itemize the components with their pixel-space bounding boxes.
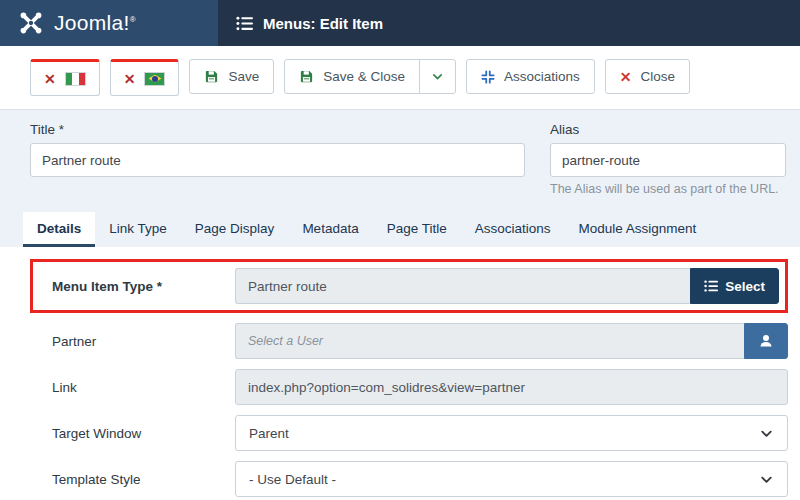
close-button[interactable]: ✕ Close bbox=[605, 59, 690, 94]
title-label: Title * bbox=[30, 122, 525, 137]
page-title: Menus: Edit Item bbox=[263, 15, 383, 32]
joomla-brand[interactable]: Joomla!® bbox=[0, 0, 218, 46]
target-window-value: Parent bbox=[249, 426, 289, 441]
template-style-value: - Use Default - bbox=[249, 472, 336, 487]
target-window-row: Target Window Parent bbox=[30, 415, 788, 451]
list-icon bbox=[236, 15, 253, 32]
association-brazilian-button[interactable]: ✕ bbox=[110, 59, 180, 96]
save-close-label: Save & Close bbox=[323, 69, 405, 84]
toolbar: ✕ ✕ Save Save & C bbox=[0, 46, 800, 110]
partner-row: Partner Select a User bbox=[30, 323, 788, 359]
target-window-label: Target Window bbox=[30, 426, 235, 441]
close-label: Close bbox=[641, 69, 676, 84]
link-row: Link index.php?option=com_solidres&view=… bbox=[30, 369, 788, 405]
select-button-label: Select bbox=[725, 279, 765, 294]
target-window-select[interactable]: Parent bbox=[235, 415, 788, 451]
save-close-button[interactable]: Save & Close bbox=[284, 59, 420, 94]
partner-label: Partner bbox=[30, 334, 235, 349]
save-icon bbox=[204, 69, 219, 84]
template-style-label: Template Style bbox=[30, 472, 235, 487]
link-value-field: index.php?option=com_solidres&view=partn… bbox=[235, 369, 788, 405]
details-panel: Menu Item Type * Partner route Select Pa… bbox=[0, 247, 800, 500]
save-label: Save bbox=[228, 69, 259, 84]
select-user-button[interactable] bbox=[744, 323, 788, 359]
save-icon bbox=[299, 69, 314, 84]
user-icon bbox=[757, 332, 775, 350]
tab-details[interactable]: Details bbox=[23, 212, 95, 247]
joomla-logo-icon bbox=[18, 10, 44, 36]
association-italian-button[interactable]: ✕ bbox=[30, 59, 100, 96]
tab-page-title[interactable]: Page Title bbox=[373, 212, 461, 247]
alias-label: Alias bbox=[550, 122, 786, 137]
title-alias-section: Title * Alias The Alias will be used as … bbox=[0, 110, 800, 196]
save-button[interactable]: Save bbox=[189, 59, 274, 94]
tab-link-type[interactable]: Link Type bbox=[95, 212, 181, 247]
tab-associations[interactable]: Associations bbox=[461, 212, 565, 247]
template-style-select[interactable]: - Use Default - bbox=[235, 461, 788, 497]
template-style-row: Template Style - Use Default - bbox=[30, 461, 788, 497]
tab-metadata[interactable]: Metadata bbox=[288, 212, 372, 247]
top-bar: Joomla!® Menus: Edit Item bbox=[0, 0, 800, 46]
tab-module-assignment[interactable]: Module Assignment bbox=[565, 212, 711, 247]
title-input[interactable] bbox=[30, 143, 525, 177]
tab-page-display[interactable]: Page Display bbox=[181, 212, 289, 247]
brazil-flag-icon bbox=[144, 72, 165, 86]
alias-input[interactable] bbox=[550, 143, 786, 177]
close-icon: ✕ bbox=[620, 70, 632, 84]
save-close-group: Save & Close bbox=[284, 59, 456, 94]
menu-item-type-label: Menu Item Type * bbox=[33, 279, 235, 294]
chevron-down-icon bbox=[431, 70, 444, 83]
partner-placeholder: Select a User bbox=[248, 334, 323, 348]
italy-flag-icon bbox=[65, 72, 86, 86]
remove-icon: ✕ bbox=[44, 72, 56, 86]
menu-item-type-value: Partner route bbox=[235, 268, 690, 304]
menu-item-type-select-button[interactable]: Select bbox=[690, 268, 779, 304]
associations-button[interactable]: Associations bbox=[466, 59, 595, 94]
associations-label: Associations bbox=[504, 69, 580, 84]
chevron-down-icon bbox=[759, 426, 774, 441]
menu-item-type-highlight-box: Menu Item Type * Partner route Select bbox=[30, 259, 788, 313]
chevron-down-icon bbox=[759, 472, 774, 487]
save-options-caret-button[interactable] bbox=[419, 59, 456, 94]
brand-text: Joomla!® bbox=[54, 11, 136, 35]
list-icon bbox=[704, 279, 718, 293]
page-heading: Menus: Edit Item bbox=[218, 0, 383, 46]
associations-compress-icon bbox=[481, 70, 495, 84]
partner-value-field: Select a User bbox=[235, 323, 744, 359]
remove-icon: ✕ bbox=[124, 72, 136, 86]
edit-item-tabs: Details Link Type Page Display Metadata … bbox=[0, 212, 800, 247]
alias-help-text: The Alias will be used as part of the UR… bbox=[550, 182, 786, 196]
link-label: Link bbox=[30, 380, 235, 395]
